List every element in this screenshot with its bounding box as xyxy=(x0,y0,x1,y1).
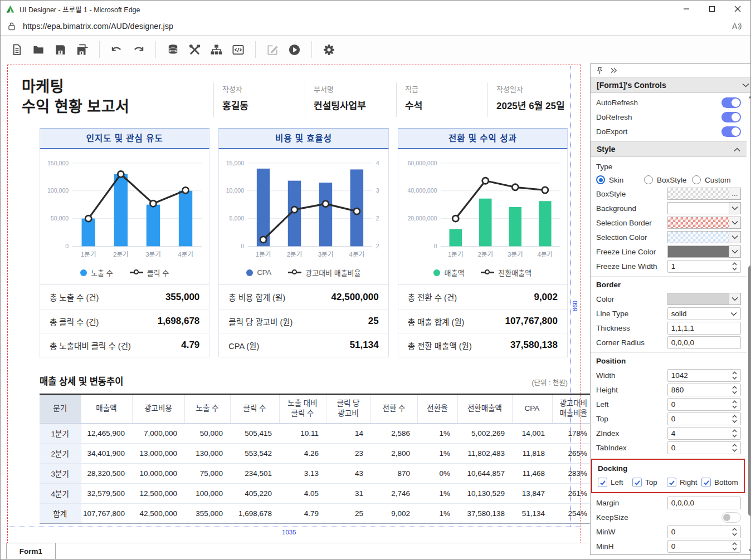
checkbox-right[interactable]: Right xyxy=(667,478,701,487)
table-cell: 7,000,000 xyxy=(132,423,184,443)
width-spinner[interactable] xyxy=(667,369,741,382)
collapse-panel-icon[interactable] xyxy=(610,67,618,73)
dorefresh-toggle[interactable] xyxy=(721,112,741,122)
tabindex-spinner[interactable] xyxy=(667,441,741,454)
corner-radius-input[interactable] xyxy=(671,338,737,347)
color-swatch[interactable] xyxy=(667,293,729,305)
line-type-select[interactable]: solid xyxy=(667,307,741,320)
thickness-field[interactable] xyxy=(667,322,741,335)
hierarchy-icon[interactable] xyxy=(210,43,223,56)
table-column-header: 광고대비매출비율 xyxy=(552,394,590,423)
tabindex-input[interactable] xyxy=(671,444,730,452)
undo-icon[interactable] xyxy=(110,43,123,56)
address-bar[interactable]: https://epa.bimatrix.com/AUD/designer.js… xyxy=(1,17,750,36)
spinner-arrows-icon[interactable] xyxy=(732,528,737,536)
spinner-arrows-icon[interactable] xyxy=(732,429,737,438)
prop-row-autorefresh: AutoRefresh xyxy=(591,95,747,110)
chart-plot-area: 020,000,00040,000,00060,000,0001분기2분기3분기… xyxy=(398,149,568,285)
selection-border-swatch[interactable] xyxy=(667,217,729,229)
table-cell: 31 xyxy=(326,483,370,503)
selection-color-dropdown-button[interactable] xyxy=(729,231,741,243)
selection-border-dropdown-button[interactable] xyxy=(729,217,741,229)
freeze-line-color-dropdown-button[interactable] xyxy=(729,245,741,258)
minw-input[interactable] xyxy=(671,528,730,536)
background-dropdown-button[interactable] xyxy=(729,202,741,214)
minh-input[interactable] xyxy=(671,542,730,551)
left-spinner[interactable] xyxy=(667,398,741,411)
close-button[interactable] xyxy=(725,1,750,17)
scrollbar-thumb[interactable] xyxy=(748,266,751,516)
pin-icon[interactable] xyxy=(596,67,603,75)
margin-field[interactable] xyxy=(667,497,741,509)
lock-icon[interactable] xyxy=(8,22,16,31)
zindex-input[interactable] xyxy=(671,429,730,438)
chart-card-1[interactable]: 인지도 및 관심 유도050,000100,000150,0001분기2분기3분… xyxy=(40,128,209,357)
height-input[interactable] xyxy=(671,386,730,394)
spinner-arrows-icon[interactable] xyxy=(732,400,737,409)
freeze-line-width-spinner[interactable] xyxy=(667,260,741,273)
corner-radius-field[interactable] xyxy=(667,336,741,349)
chart-card-2[interactable]: 비용 및 효율성025,000210,000315,00041분기2분기3분기4… xyxy=(218,128,388,357)
minimize-button[interactable] xyxy=(674,1,699,17)
run-icon[interactable] xyxy=(288,43,301,56)
scroll-up-icon[interactable] xyxy=(748,95,751,99)
spinner-arrows-icon[interactable] xyxy=(732,444,737,452)
boxstyle-more-button[interactable]: … xyxy=(729,188,741,200)
zindex-spinner[interactable] xyxy=(667,427,741,440)
design-canvas[interactable]: 1035 860 마케팅 수익 현황 보고서 작성자홍길동부서명컨설팅사업부직급… xyxy=(1,63,590,559)
chart-card-3[interactable]: 전환 및 수익 성과020,000,00040,000,00060,000,00… xyxy=(398,128,568,357)
redo-icon[interactable] xyxy=(132,43,145,56)
spinner-arrows-icon[interactable] xyxy=(732,542,737,551)
left-input[interactable] xyxy=(671,400,730,409)
form-tab[interactable]: Form1 xyxy=(6,543,56,559)
prop-row-minw: MinW xyxy=(591,524,747,539)
open-folder-icon[interactable] xyxy=(32,43,45,56)
checkbox-bottom[interactable]: Bottom xyxy=(701,478,738,487)
tools-icon[interactable] xyxy=(188,43,201,56)
sales-table-widget[interactable]: 매출 상세 및 변동추이 (단위 : 천원) 분기매출액광고비용노출 수클릭 수… xyxy=(40,374,568,524)
width-input[interactable] xyxy=(671,371,730,380)
scroll-down-icon[interactable] xyxy=(748,549,751,553)
height-spinner[interactable] xyxy=(667,384,741,396)
keepsize-toggle[interactable] xyxy=(721,512,741,523)
checkbox-top[interactable]: Top xyxy=(632,478,667,487)
minh-spinner[interactable] xyxy=(667,540,741,553)
maximize-button[interactable] xyxy=(699,1,725,17)
doexport-toggle[interactable] xyxy=(721,126,741,137)
style-section-header[interactable]: Style xyxy=(591,141,747,157)
checkbox-left[interactable]: Left xyxy=(598,478,632,487)
controls-header[interactable]: [Form1]'s Controls xyxy=(591,77,751,93)
spinner-arrows-icon[interactable] xyxy=(732,371,737,380)
thickness-input[interactable] xyxy=(671,324,737,332)
save-as-icon[interactable] xyxy=(76,43,89,56)
new-file-icon[interactable] xyxy=(11,43,23,56)
database-icon[interactable] xyxy=(167,43,179,56)
read-aloud-icon[interactable]: A xyxy=(730,21,743,32)
radio-custom[interactable]: Custom xyxy=(692,175,740,184)
background-swatch[interactable] xyxy=(667,202,729,214)
freeze-line-width-input[interactable] xyxy=(671,262,730,271)
boxstyle-swatch[interactable] xyxy=(667,188,729,200)
spinner-arrows-icon[interactable] xyxy=(732,415,737,423)
autorefresh-toggle[interactable] xyxy=(721,97,741,108)
freeze-line-color-swatch[interactable] xyxy=(667,245,729,258)
radio-boxstyle[interactable]: BoxStyle xyxy=(644,175,692,184)
color-dropdown-button[interactable] xyxy=(729,293,741,305)
top-input[interactable] xyxy=(671,415,730,423)
code-window-icon[interactable] xyxy=(232,43,245,56)
info-label: 작성자 xyxy=(222,83,305,94)
table-column-header: 노출 수 xyxy=(184,394,230,423)
spinner-arrows-icon[interactable] xyxy=(732,386,737,394)
report-header-widget[interactable]: 마케팅 수익 현황 보고서 작성자홍길동부서명컨설팅사업부직급수석작성일자202… xyxy=(22,77,579,117)
panel-scrollbar[interactable] xyxy=(747,93,751,554)
margin-input[interactable] xyxy=(671,499,737,507)
settings-icon[interactable] xyxy=(323,43,335,56)
selection-color-swatch[interactable] xyxy=(667,231,729,243)
save-icon[interactable] xyxy=(54,43,67,56)
minw-spinner[interactable] xyxy=(667,525,741,538)
radio-skin[interactable]: Skin xyxy=(596,175,644,184)
top-spinner[interactable] xyxy=(667,412,741,425)
table-cell: 34,401,900 xyxy=(81,443,132,463)
summary-label: 총 노출 수 (건) xyxy=(50,291,99,303)
spinner-arrows-icon[interactable] xyxy=(732,262,737,271)
